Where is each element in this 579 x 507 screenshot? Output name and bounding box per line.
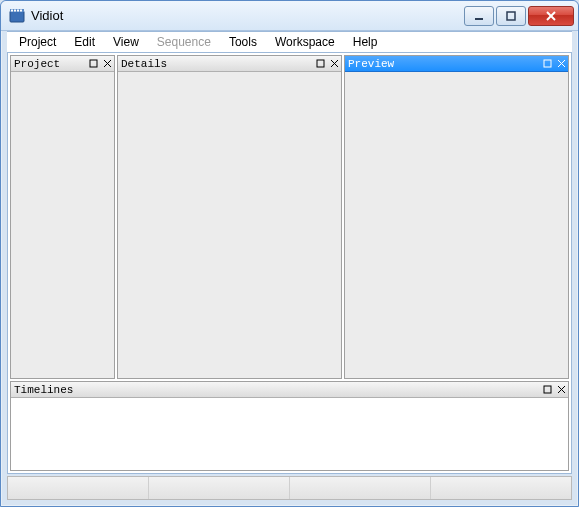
menu-project[interactable]: Project — [11, 33, 64, 51]
project-panel-header[interactable]: Project — [11, 56, 114, 72]
project-panel-close-icon[interactable] — [100, 57, 114, 71]
preview-panel-close-icon[interactable] — [554, 57, 568, 71]
menu-edit[interactable]: Edit — [66, 33, 103, 51]
details-panel: Details — [117, 55, 342, 379]
close-icon — [545, 11, 557, 21]
upper-panels-row: Project Details — [8, 53, 571, 381]
titlebar[interactable]: Vidiot — [1, 1, 578, 31]
maximize-button[interactable] — [496, 6, 526, 26]
project-panel-body — [11, 72, 114, 378]
preview-panel-title: Preview — [348, 58, 540, 70]
minimize-button[interactable] — [464, 6, 494, 26]
statusbar — [7, 476, 572, 500]
svg-rect-7 — [507, 12, 515, 20]
timelines-panel-title: Timelines — [14, 384, 540, 396]
menu-tools[interactable]: Tools — [221, 33, 265, 51]
status-cell-3 — [290, 477, 431, 499]
svg-rect-16 — [544, 60, 551, 67]
preview-panel-header[interactable]: Preview — [345, 56, 568, 72]
details-panel-title: Details — [121, 58, 313, 70]
window-controls — [464, 6, 574, 26]
workspace: Project Details — [7, 53, 572, 474]
minimize-icon — [474, 11, 484, 21]
maximize-icon — [506, 11, 516, 21]
menu-view[interactable]: View — [105, 33, 147, 51]
status-cell-2 — [149, 477, 290, 499]
svg-rect-19 — [544, 386, 551, 393]
svg-rect-2 — [11, 9, 13, 11]
timelines-panel-maximize-icon[interactable] — [540, 383, 554, 397]
app-window: Vidiot Project Edit View Sequence Tools … — [0, 0, 579, 507]
project-panel-maximize-icon[interactable] — [86, 57, 100, 71]
svg-rect-0 — [10, 11, 24, 22]
project-panel-title: Project — [14, 58, 86, 70]
menubar: Project Edit View Sequence Tools Workspa… — [7, 31, 572, 53]
timelines-panel-close-icon[interactable] — [554, 383, 568, 397]
close-button[interactable] — [528, 6, 574, 26]
svg-rect-5 — [20, 9, 22, 11]
menu-help[interactable]: Help — [345, 33, 386, 51]
preview-panel-body — [345, 72, 568, 378]
lower-panels-row: Timelines — [8, 381, 571, 473]
preview-panel: Preview — [344, 55, 569, 379]
timelines-panel-body — [11, 398, 568, 470]
app-icon — [9, 8, 25, 24]
details-panel-body — [118, 72, 341, 378]
details-panel-header[interactable]: Details — [118, 56, 341, 72]
menu-workspace[interactable]: Workspace — [267, 33, 343, 51]
menu-sequence: Sequence — [149, 33, 219, 51]
status-cell-4 — [431, 477, 571, 499]
svg-rect-13 — [317, 60, 324, 67]
project-panel: Project — [10, 55, 115, 379]
svg-rect-10 — [90, 60, 97, 67]
svg-rect-3 — [14, 9, 16, 11]
preview-panel-maximize-icon[interactable] — [540, 57, 554, 71]
window-title: Vidiot — [31, 8, 464, 23]
details-panel-close-icon[interactable] — [327, 57, 341, 71]
svg-rect-6 — [475, 18, 483, 20]
status-cell-1 — [8, 477, 149, 499]
timelines-panel: Timelines — [10, 381, 569, 471]
timelines-panel-header[interactable]: Timelines — [11, 382, 568, 398]
details-panel-maximize-icon[interactable] — [313, 57, 327, 71]
svg-rect-4 — [17, 9, 19, 11]
